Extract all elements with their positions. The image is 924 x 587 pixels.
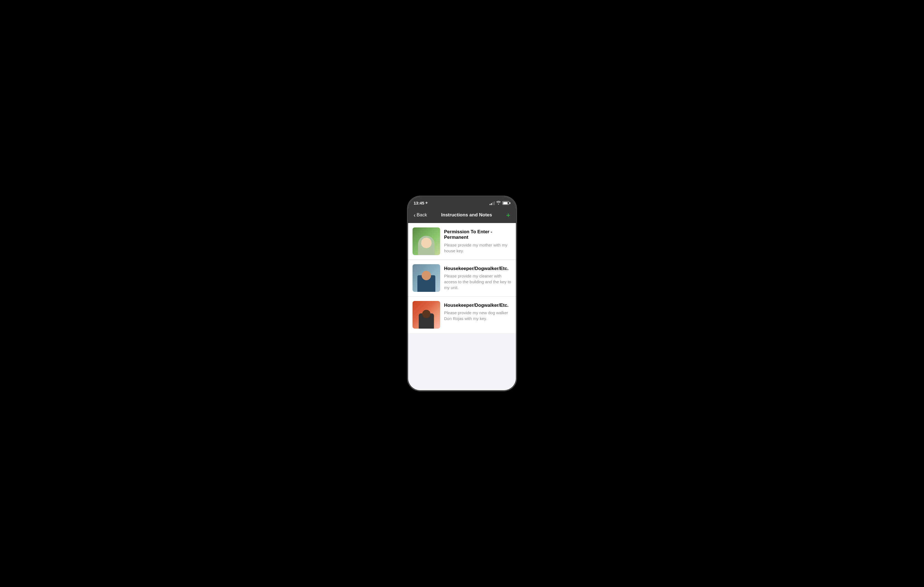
avatar — [412, 264, 440, 292]
nav-bar: ‹ Back Instructions and Notes + — [408, 208, 516, 223]
item-description: Please provide my mother with my house k… — [444, 242, 512, 254]
content-area: Permission To Enter - Permanent Please p… — [408, 223, 516, 390]
wifi-icon — [496, 201, 501, 205]
item-description: Please provide my cleaner with access to… — [444, 273, 512, 291]
avatar — [412, 227, 440, 255]
avatar — [412, 301, 440, 329]
battery-icon — [502, 201, 510, 205]
instructions-list: Permission To Enter - Permanent Please p… — [408, 223, 516, 333]
item-text: Housekeeper/Dogwalker/Etc. Please provid… — [444, 301, 512, 321]
item-title: Housekeeper/Dogwalker/Etc. — [444, 266, 512, 271]
signal-icon — [490, 201, 495, 205]
signal-bar-4 — [494, 202, 495, 205]
item-title: Housekeeper/Dogwalker/Etc. — [444, 303, 512, 308]
status-icons — [490, 201, 510, 205]
location-icon: ✈ — [425, 201, 428, 205]
signal-bar-3 — [492, 202, 493, 205]
status-time: 13:45 ✈ — [414, 201, 428, 205]
back-label: Back — [417, 212, 427, 218]
bottom-area — [408, 333, 516, 355]
item-text: Permission To Enter - Permanent Please p… — [444, 227, 512, 254]
item-description: Please provide my new dog walker Don Roj… — [444, 310, 512, 321]
list-item[interactable]: Housekeeper/Dogwalker/Etc. Please provid… — [408, 296, 516, 333]
status-bar: 13:45 ✈ — [408, 197, 516, 208]
list-item[interactable]: Permission To Enter - Permanent Please p… — [408, 223, 516, 260]
add-button[interactable]: + — [506, 212, 510, 218]
signal-bar-2 — [491, 203, 492, 205]
time-display: 13:45 — [414, 201, 424, 205]
back-chevron-icon: ‹ — [414, 212, 416, 218]
item-text: Housekeeper/Dogwalker/Etc. Please provid… — [444, 264, 512, 291]
phone-frame: 13:45 ✈ — [408, 197, 516, 390]
signal-bar-1 — [490, 204, 490, 205]
list-item[interactable]: Housekeeper/Dogwalker/Etc. Please provid… — [408, 260, 516, 296]
item-title: Permission To Enter - Permanent — [444, 229, 512, 240]
back-button[interactable]: ‹ Back — [414, 212, 427, 218]
nav-title: Instructions and Notes — [427, 212, 506, 218]
